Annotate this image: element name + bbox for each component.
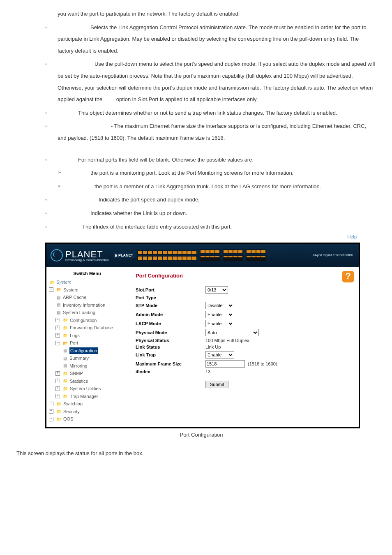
expand-icon[interactable]: + <box>49 409 53 414</box>
tree-root[interactable]: 📁System <box>49 278 125 286</box>
brand-subtitle: Networking & Communication <box>65 258 108 262</box>
tree-snmp[interactable]: +📁SNMP <box>49 370 125 377</box>
label-lacp-mode: LACP Mode <box>136 321 205 326</box>
tree-port[interactable]: −📂Port <box>49 339 125 347</box>
sidebar: Switch Menu 📁System −📂System ▤ARP Cache … <box>46 267 128 427</box>
screenshot-panel: PLANET Networking & Communication ◗ PLAN… <box>45 243 360 428</box>
device-port-graphic: ◗ PLANET 24-port Gigabit Etherne <box>113 248 355 263</box>
expand-icon[interactable]: + <box>49 402 53 406</box>
select-lacp-mode[interactable]: Enable <box>205 320 234 327</box>
label-port-type: Port Type <box>136 295 205 300</box>
device-header: PLANET Networking & Communication ◗ PLAN… <box>46 244 359 267</box>
value-ifindex: 13 <box>205 369 210 374</box>
folder-icon: 📁 <box>62 325 68 330</box>
doc-p2: Use the pull-down menu to select the por… <box>45 58 376 105</box>
expand-icon[interactable]: + <box>55 379 60 383</box>
label-slot-port: Slot.Port <box>136 287 205 292</box>
tree-stats[interactable]: +📁Statistics <box>49 377 125 385</box>
folder-icon: 📁 <box>62 386 68 391</box>
label-link-status: Link Status <box>136 345 205 349</box>
tree-arp[interactable]: ▤ARP Cache <box>49 294 125 301</box>
help-icon[interactable]: ? <box>342 271 354 282</box>
select-slot-port[interactable]: 0/13 <box>205 286 228 294</box>
select-admin-mode[interactable]: Enable <box>205 311 234 318</box>
mini-brand: ◗ PLANET <box>113 252 135 258</box>
tree-port-config[interactable]: ▤Configuration <box>49 347 125 355</box>
doc-p0: you want the port to participate in the … <box>45 8 376 20</box>
folder-icon: 📁 <box>62 379 68 384</box>
folder-icon: 📁 <box>56 416 62 421</box>
doc-icon: ▤ <box>55 310 61 315</box>
select-link-trap[interactable]: Enable <box>205 351 234 358</box>
expand-icon[interactable]: + <box>55 386 60 391</box>
footer-text: This screen displays the status for all … <box>16 450 376 456</box>
tree-loading[interactable]: ▤System Loading <box>49 309 125 317</box>
label-max-frame: Maximum Frame Size <box>136 361 205 366</box>
range-max-frame: (1518 to 1600) <box>248 361 277 366</box>
value-phys-status: 100 Mbps Full Duplex <box>205 338 249 343</box>
panel-title: Port Configuration <box>136 273 351 279</box>
planet-logo-icon <box>51 249 63 261</box>
tree-system[interactable]: −📂System <box>49 286 125 294</box>
label-link-trap: Link Trap <box>136 352 205 357</box>
folder-open-icon: 📂 <box>62 340 68 345</box>
folder-icon: 📁 <box>62 318 68 323</box>
tree-logs[interactable]: +📁Logs <box>49 332 125 340</box>
sidebar-title: Switch Menu <box>46 267 128 278</box>
label-phys-mode: Physical Mode <box>136 330 205 335</box>
doc-p3: This object determines whether or not to… <box>45 107 376 119</box>
doc-p8: Indicates the port speed and duplex mode… <box>45 194 376 206</box>
doc-icon: ▤ <box>62 356 68 361</box>
expand-icon[interactable]: + <box>55 371 60 376</box>
expand-icon[interactable]: + <box>55 326 60 330</box>
doc-p9: Indicates whether the Link is up or down… <box>45 208 376 220</box>
folder-open-icon: 📂 <box>56 287 62 292</box>
expand-icon[interactable]: + <box>55 318 60 322</box>
input-max-frame[interactable] <box>205 360 245 368</box>
tree-inventory[interactable]: ▤Inventory Information <box>49 301 125 309</box>
help-link-top[interactable]: Help <box>45 234 357 239</box>
doc-p10: The ifIndex of the interface table entry… <box>45 221 376 233</box>
tree-trap[interactable]: +📁Trap Manager <box>49 393 125 400</box>
doc-body: you want the port to participate in the … <box>45 8 376 233</box>
collapse-icon[interactable]: − <box>49 287 53 292</box>
doc-icon: ▤ <box>62 348 68 353</box>
folder-icon: 📁 <box>62 333 68 338</box>
value-link-status: Link Up <box>205 345 221 349</box>
tree-port-mirror[interactable]: ▤Mirroring <box>49 362 125 370</box>
folder-icon: 📁 <box>56 401 62 406</box>
label-ifindex: ifIndex <box>136 369 205 374</box>
doc-p5: For normal ports this field will be blan… <box>45 154 376 166</box>
doc-p1: Selects the Link Aggregation Control Pro… <box>45 22 376 57</box>
tree-security[interactable]: +📁Security <box>49 408 125 416</box>
tree-qos[interactable]: +📁QOS <box>49 415 125 423</box>
folder-icon: 📁 <box>56 409 62 414</box>
label-stp-mode: STP Mode <box>136 303 205 308</box>
doc-icon: ▤ <box>55 295 61 300</box>
label-admin-mode: Admin Mode <box>136 312 205 317</box>
main-panel: ? Port Configuration Slot.Port 0/13 Port… <box>128 267 359 427</box>
submit-button[interactable]: Submit <box>205 381 228 388</box>
expand-icon[interactable]: + <box>49 417 53 421</box>
port-config-form: Slot.Port 0/13 Port Type STP Mode Disabl… <box>136 286 351 388</box>
figure-caption: Port Configuration <box>45 432 357 438</box>
tree-fwd[interactable]: +📁Forwarding Database <box>49 324 125 332</box>
select-phys-mode[interactable]: Auto <box>205 329 259 336</box>
doc-icon: ▤ <box>55 303 61 308</box>
select-stp-mode[interactable]: Disable <box>205 302 234 309</box>
doc-icon: ▤ <box>62 363 68 368</box>
doc-p6: the port is a monitoring port. Look at t… <box>45 167 376 179</box>
tree-config[interactable]: +📁Configuration <box>49 317 125 324</box>
collapse-icon[interactable]: − <box>55 341 60 345</box>
folder-icon: 📁 <box>49 280 55 284</box>
folder-icon: 📁 <box>62 394 68 399</box>
tree-sysutil[interactable]: +📁System Utilities <box>49 385 125 393</box>
tree-switching[interactable]: +📁Switching <box>49 400 125 408</box>
doc-p4: - The maximum Ethernet frame size the in… <box>45 120 376 144</box>
expand-icon[interactable]: + <box>55 333 60 338</box>
device-label: 24-port Gigabit Ethernet Switch <box>313 254 353 257</box>
tree-port-summary[interactable]: ▤Summary <box>49 354 125 362</box>
brand-logo: PLANET Networking & Communication <box>51 249 108 262</box>
expand-icon[interactable]: + <box>55 394 60 398</box>
folder-icon: 📁 <box>62 371 68 376</box>
